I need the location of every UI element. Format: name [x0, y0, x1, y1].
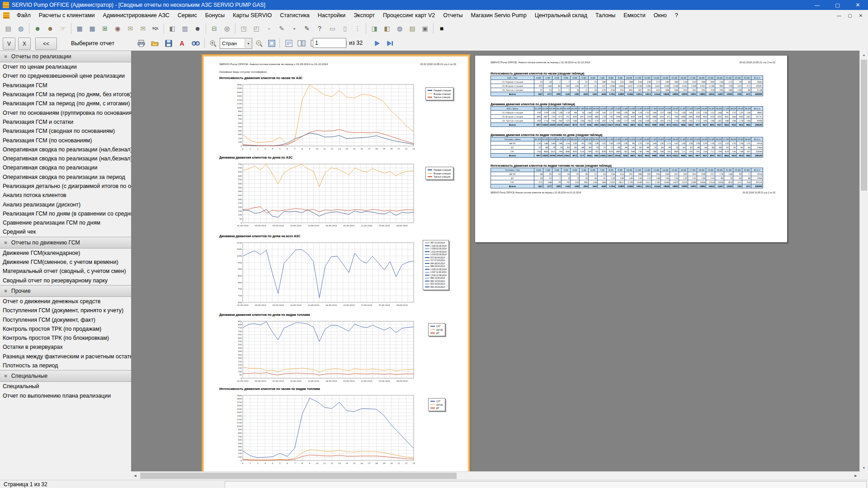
sidebar-report-item[interactable]: Материальный отчет (сводный, с учетом см…: [0, 267, 131, 276]
zoom-mode-combo[interactable]: Стран ▼: [220, 38, 252, 49]
sidebar-section-header[interactable]: »Отчеты по движению ГСМ: [0, 237, 131, 249]
minimize-icon[interactable]: —: [807, 0, 827, 10]
doc-globe-icon[interactable]: ◍: [394, 23, 406, 34]
sidebar-report-item[interactable]: Отчет по выполнению плана реализации: [0, 391, 131, 400]
sidebar-report-item[interactable]: Реализация ГСМ по дням (в сравнении со с…: [0, 209, 131, 218]
sidebar-report-item[interactable]: Оперативная сводка по реализации (нал,бе…: [0, 154, 131, 163]
sidebar-report-item[interactable]: Остатки в резервуарах: [0, 343, 131, 352]
sidebar-report-item[interactable]: Поступления ГСМ (документ, факт): [0, 315, 131, 324]
menu-item-карты-servio[interactable]: Карты SERVIO: [229, 11, 276, 20]
sidebar-report-item[interactable]: Реализация ГСМ: [0, 81, 131, 90]
menu-item-окно[interactable]: Окно: [650, 11, 671, 20]
menu-item-емкости[interactable]: Емкости: [619, 11, 649, 20]
whole-page-icon[interactable]: [266, 38, 277, 49]
fuel-types-icon[interactable]: ◉: [112, 23, 123, 34]
menu-item-центральный-склад[interactable]: Центральный склад: [531, 11, 591, 20]
last-page-icon[interactable]: [384, 38, 396, 49]
mdi-restore-icon[interactable]: ▢: [844, 11, 855, 19]
horizontal-scrollbar[interactable]: ◀ ▶: [131, 471, 860, 480]
page-number-input[interactable]: [313, 38, 346, 48]
sidebar-report-item[interactable]: Оперативная сводка по реализации за пери…: [0, 173, 131, 182]
card-doc-icon[interactable]: ▥: [179, 23, 191, 34]
azs-add-icon[interactable]: ⊞: [99, 23, 111, 34]
find-icon[interactable]: [190, 38, 201, 49]
close-icon[interactable]: ✕: [848, 0, 868, 10]
sidebar-report-item[interactable]: Отчет по ценам реализации: [0, 62, 131, 71]
vertical-scrollbar[interactable]: ▲ ▼: [859, 51, 868, 472]
client-list-icon[interactable]: ☻: [44, 23, 56, 34]
zoom-out-icon[interactable]: [253, 38, 264, 49]
doc-list-icon[interactable]: ▤: [406, 23, 418, 34]
briefcase-icon[interactable]: ■: [436, 23, 448, 34]
mdi-close-icon[interactable]: ✕: [855, 11, 866, 19]
client-globe-icon[interactable]: ◍: [15, 23, 27, 34]
open-report-icon[interactable]: [149, 38, 160, 49]
shift-close-icon[interactable]: ◧: [166, 23, 178, 34]
sheet-dots-icon[interactable]: ⋮: [352, 23, 363, 34]
cell-fill-icon[interactable]: ▪: [288, 23, 300, 34]
sidebar-report-item[interactable]: Сравнение реализации ГСМ по дням: [0, 218, 131, 227]
cell-help-icon[interactable]: ?: [314, 23, 326, 34]
export-pdf-icon[interactable]: A: [176, 38, 188, 49]
print-icon[interactable]: [136, 38, 147, 49]
menu-item-расчеты-с-клиентами[interactable]: Расчеты с клиентами: [35, 11, 99, 20]
apply-report-button[interactable]: V: [3, 38, 15, 50]
cell-del-icon[interactable]: ◰: [250, 23, 262, 34]
client-hand-icon[interactable]: ☞: [57, 23, 69, 34]
sidebar-report-item[interactable]: Движение ГСМ(сменное, с учетом времени): [0, 258, 131, 267]
search-table-icon[interactable]: ◎: [221, 23, 233, 34]
sidebar-report-item[interactable]: Специальный: [0, 382, 131, 391]
cell-small-icon[interactable]: ▫: [263, 23, 275, 34]
sidebar-report-item[interactable]: Реализация ГСМ (по основаниям): [0, 136, 131, 145]
horizontal-scroll-thumb[interactable]: [140, 473, 457, 479]
menu-item-администрирование-азс[interactable]: Администрирование АЗС: [99, 11, 174, 20]
sidebar-report-item[interactable]: Реализация ГСМ (сводная по основаниям): [0, 127, 131, 136]
sidebar-report-item[interactable]: Анализ реализации (дисконт): [0, 200, 131, 209]
sidebar-report-item[interactable]: Оперативная сводка по реализации (нал,бе…: [0, 145, 131, 154]
menu-item-сервис[interactable]: Сервис: [174, 11, 201, 20]
scroll-up-icon[interactable]: ▲: [860, 51, 868, 59]
sidebar-report-item[interactable]: Поступления ГСМ (документ, принято к уче…: [0, 306, 131, 315]
scroll-down-icon[interactable]: ▼: [860, 464, 868, 472]
zoom-in-icon[interactable]: [207, 38, 218, 49]
message-in-icon[interactable]: ✉: [124, 23, 136, 34]
sidebar-report-item[interactable]: Реализация ГСМ и остатки: [0, 117, 131, 127]
sidebar-report-item[interactable]: Отчет по средневзвешенной цене реализаци…: [0, 71, 131, 80]
cashier-icon[interactable]: ☻: [192, 23, 203, 34]
sidebar-report-item[interactable]: Анализ потока клиентов: [0, 191, 131, 200]
sheet-icon[interactable]: ▯: [339, 23, 351, 34]
sidebar-section-header[interactable]: »Прочие: [0, 285, 131, 297]
sidebar-report-item[interactable]: Сводный отчет по резервуарному парку: [0, 276, 131, 285]
two-page-view-icon[interactable]: [296, 38, 307, 49]
doc-export-icon[interactable]: ◧: [381, 23, 393, 34]
menu-item-талоны[interactable]: Талоны: [591, 11, 619, 20]
cell-pen-icon[interactable]: ✎: [301, 23, 313, 34]
collapse-sidebar-button[interactable]: <<: [35, 38, 57, 50]
sidebar-report-item[interactable]: Средний чек: [0, 227, 131, 236]
menu-item-отчеты[interactable]: Отчеты: [439, 11, 467, 20]
sidebar-report-item[interactable]: Контроль простоя ТРК (по продажам): [0, 324, 131, 333]
azs-terminal-icon[interactable]: ▦: [74, 23, 85, 34]
sidebar-report-item[interactable]: Плотность за период: [0, 361, 131, 370]
cancel-report-button[interactable]: X: [18, 38, 31, 50]
scroll-left-icon[interactable]: ◀: [131, 472, 139, 480]
save-report-icon[interactable]: [163, 38, 174, 49]
sql-query-icon[interactable]: SQL: [150, 23, 161, 34]
cell-edit-icon[interactable]: ✎: [276, 23, 288, 34]
sidebar-report-item[interactable]: Оперативная сводка по реализации: [0, 163, 131, 172]
sidebar-report-item[interactable]: Реализация ГСМ за период (по дням, без и…: [0, 90, 131, 99]
sidebar-section-header[interactable]: »Специальные: [0, 370, 131, 382]
sidebar-report-item[interactable]: Отчет по основаниям (группировка по осно…: [0, 108, 131, 117]
outline-view-icon[interactable]: [283, 38, 294, 49]
vertical-scroll-thumb[interactable]: [861, 60, 867, 191]
sidebar-report-item[interactable]: Контроль простоя ТРК (по блокировкам): [0, 333, 131, 343]
export-table-icon[interactable]: ⊟: [208, 23, 220, 34]
restore-icon[interactable]: ▢: [827, 0, 848, 10]
sidebar-report-item[interactable]: Реализация ГСМ за период (по дням, с ито…: [0, 99, 131, 108]
menu-item-магазин-servio-pump[interactable]: Магазин Servio Pump: [467, 11, 530, 20]
menu-item-процессинг-карт-v2[interactable]: Процессинг карт V2: [379, 11, 439, 20]
scroll-right-icon[interactable]: ▶: [852, 472, 860, 480]
sidebar-report-item[interactable]: Реализация детально (с диаграммой итогов…: [0, 182, 131, 191]
sidebar-section-header[interactable]: »Отчеты по реализации: [0, 51, 131, 62]
azs-terminal2-icon[interactable]: ▦: [86, 23, 98, 34]
